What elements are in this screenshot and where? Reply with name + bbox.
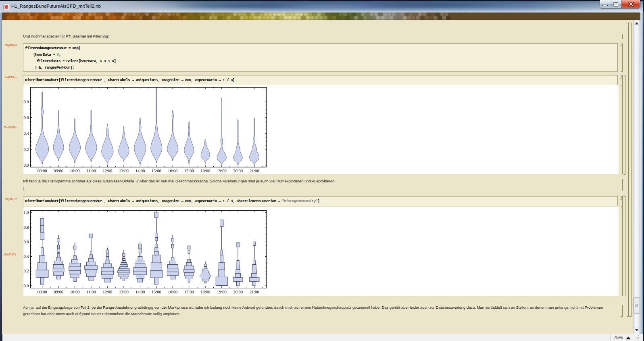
svg-text:0.4: 0.4 — [23, 131, 29, 136]
svg-text:13:00: 13:00 — [119, 290, 129, 294]
svg-text:09:00: 09:00 — [54, 290, 63, 294]
svg-text:10:00: 10:00 — [70, 290, 80, 294]
svg-text:09:00: 09:00 — [54, 169, 63, 173]
svg-text:16:00: 16:00 — [168, 169, 177, 173]
svg-text:0.8: 0.8 — [23, 100, 29, 104]
svg-text:14:00: 14:00 — [135, 290, 145, 294]
svg-text:17:00: 17:00 — [184, 169, 194, 173]
svg-text:19:00: 19:00 — [217, 169, 227, 173]
svg-text:0.6: 0.6 — [23, 115, 29, 120]
svg-text:14:00: 14:00 — [135, 169, 145, 173]
svg-text:08:00: 08:00 — [38, 290, 47, 294]
svg-text:15:00: 15:00 — [152, 290, 161, 294]
svg-text:21:00: 21:00 — [250, 169, 259, 173]
svg-text:12:00: 12:00 — [102, 290, 112, 294]
svg-text:1.0: 1.0 — [23, 210, 29, 215]
svg-text:16:00: 16:00 — [168, 290, 177, 294]
svg-text:20:00: 20:00 — [233, 290, 243, 294]
svg-text:0.0: 0.0 — [23, 284, 29, 288]
svg-text:19:00: 19:00 — [217, 290, 227, 294]
svg-text:11:00: 11:00 — [86, 290, 96, 294]
svg-text:0.2: 0.2 — [23, 147, 29, 152]
svg-text:0.0: 0.0 — [23, 163, 29, 167]
svg-text:17:00: 17:00 — [184, 290, 194, 294]
svg-text:18:00: 18:00 — [200, 169, 210, 173]
svg-text:0.6: 0.6 — [23, 240, 29, 244]
svg-text:18:00: 18:00 — [200, 290, 210, 294]
svg-text:0.4: 0.4 — [23, 254, 29, 259]
svg-text:11:00: 11:00 — [86, 169, 96, 173]
svg-text:0.8: 0.8 — [23, 225, 29, 230]
svg-text:21:00: 21:00 — [250, 290, 259, 294]
svg-text:08:00: 08:00 — [38, 169, 47, 173]
svg-text:0.2: 0.2 — [23, 269, 29, 273]
svg-text:13:00: 13:00 — [119, 169, 129, 173]
svg-text:15:00: 15:00 — [152, 169, 161, 173]
svg-text:12:00: 12:00 — [102, 169, 112, 173]
svg-text:20:00: 20:00 — [233, 169, 243, 173]
svg-text:10:00: 10:00 — [70, 169, 80, 173]
